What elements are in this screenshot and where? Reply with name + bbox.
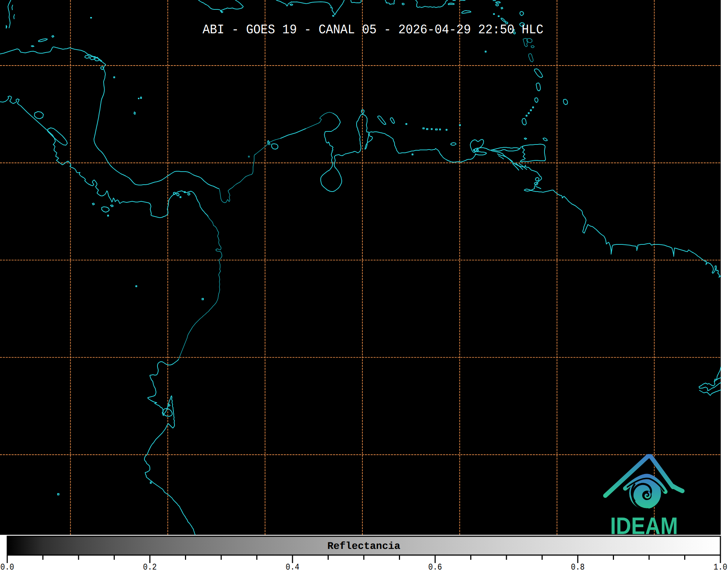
svg-text:0.4: 0.4	[286, 563, 299, 571]
svg-text:ABI - GOES 19 - CANAL 05 - 202: ABI - GOES 19 - CANAL 05 - 2026-04-29 22…	[203, 22, 544, 37]
svg-text:1.0: 1.0	[714, 563, 727, 571]
svg-text:0.0: 0.0	[0, 563, 14, 571]
svg-text:0.8: 0.8	[571, 563, 585, 571]
svg-text:IDEAM: IDEAM	[610, 512, 678, 539]
svg-text:0.2: 0.2	[143, 563, 157, 571]
svg-text:Reflectancia: Reflectancia	[327, 541, 400, 552]
svg-text:0.6: 0.6	[428, 563, 442, 571]
